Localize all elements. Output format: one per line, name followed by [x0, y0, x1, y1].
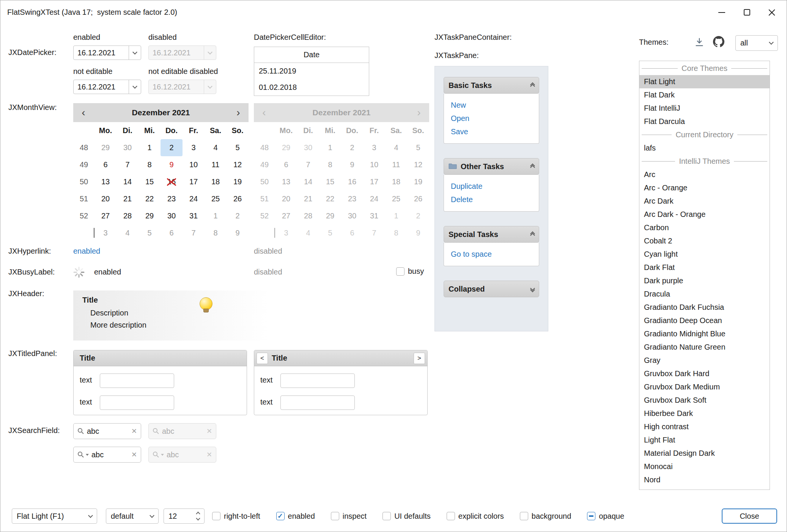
- checkbox-explicit-colors[interactable]: explicit colors: [447, 512, 504, 521]
- day-cell[interactable]: 19: [227, 173, 249, 190]
- theme-list-item[interactable]: Gruvbox Dark Hard: [639, 367, 770, 380]
- theme-list-item[interactable]: Carbon: [639, 221, 770, 234]
- checkbox-inspect[interactable]: inspect: [331, 512, 367, 521]
- chevron-double-up-icon[interactable]: [531, 165, 534, 168]
- titledpanel-right-button[interactable]: >: [414, 353, 425, 364]
- day-cell[interactable]: 11: [205, 156, 227, 173]
- task-action-link[interactable]: Go to space: [444, 248, 539, 261]
- day-cell[interactable]: 24: [183, 190, 205, 207]
- busy-checkbox[interactable]: busy: [396, 267, 424, 276]
- checkbox-box[interactable]: [276, 512, 285, 520]
- day-cell[interactable]: 27: [94, 207, 116, 224]
- close-button[interactable]: Close: [722, 508, 777, 524]
- day-cell[interactable]: 28: [116, 207, 139, 224]
- day-cell[interactable]: 4: [205, 139, 227, 156]
- taskpane-header[interactable]: Basic Tasks: [444, 77, 539, 94]
- table-row[interactable]: 25.11.2019: [254, 63, 369, 79]
- theme-list-item[interactable]: Flat Darcula: [639, 115, 770, 128]
- titledpanel-left-button[interactable]: <: [257, 353, 268, 364]
- day-cell[interactable]: 7: [183, 224, 205, 242]
- theme-list-item[interactable]: Cyan light: [639, 248, 770, 261]
- theme-list-item[interactable]: Arc - Orange: [639, 181, 770, 195]
- day-cell[interactable]: 12: [227, 156, 249, 173]
- day-cell[interactable]: 14: [116, 173, 139, 190]
- day-cell[interactable]: 31: [183, 207, 205, 224]
- checkbox-box[interactable]: [212, 512, 220, 520]
- theme-list-item[interactable]: Gradianto Deep Ocean: [639, 314, 770, 327]
- day-cell[interactable]: 15: [139, 173, 161, 190]
- chevron-double-down-icon[interactable]: [531, 287, 534, 290]
- day-cell[interactable]: 10: [183, 156, 205, 173]
- task-action-link[interactable]: Save: [444, 125, 539, 138]
- day-cell[interactable]: 4: [116, 224, 139, 242]
- checkbox-enabled[interactable]: enabled: [276, 512, 315, 521]
- task-action-link[interactable]: New: [444, 99, 539, 112]
- theme-list-item[interactable]: Dark purple: [639, 274, 770, 287]
- day-cell[interactable]: 3: [94, 224, 116, 242]
- theme-list-item[interactable]: Gradianto Nature Green: [639, 341, 770, 354]
- taskpane-header[interactable]: Other Tasks: [444, 158, 539, 175]
- checkbox-right-to-left[interactable]: right-to-left: [212, 512, 260, 521]
- checkbox-box[interactable]: [382, 512, 391, 520]
- themes-filter-combobox[interactable]: all: [735, 35, 778, 51]
- spinner-arrows[interactable]: [197, 512, 200, 520]
- day-cell[interactable]: 29: [94, 139, 116, 156]
- datepicker-dropdown-button[interactable]: [129, 80, 141, 94]
- day-cell[interactable]: 25: [205, 190, 227, 207]
- task-action-link[interactable]: Open: [444, 112, 539, 125]
- maximize-button[interactable]: [734, 0, 759, 24]
- day-cell[interactable]: 8: [139, 156, 161, 173]
- day-cell[interactable]: 2: [227, 207, 249, 224]
- theme-list-item[interactable]: Gruvbox Dark Medium: [639, 380, 770, 394]
- theme-list-item[interactable]: Gray: [639, 354, 770, 367]
- table-row[interactable]: 01.02.2018: [254, 79, 369, 96]
- text-input[interactable]: [100, 395, 174, 410]
- theme-list-item[interactable]: High contrast: [639, 420, 770, 433]
- day-cell[interactable]: 5: [227, 139, 249, 156]
- checkbox-box[interactable]: [447, 512, 455, 520]
- day-cell[interactable]: 8: [205, 224, 227, 242]
- day-cell[interactable]: 26: [227, 190, 249, 207]
- text-input[interactable]: [280, 373, 355, 388]
- theme-list-item[interactable]: Gruvbox Dark Soft: [639, 394, 770, 407]
- day-cell[interactable]: 20: [94, 190, 116, 207]
- searchfield-enabled[interactable]: abc ✕: [73, 423, 141, 439]
- day-cell[interactable]: 16: [161, 173, 183, 190]
- chevron-double-up-icon[interactable]: [531, 84, 534, 87]
- day-cell[interactable]: 6: [161, 224, 183, 242]
- checkbox-box[interactable]: [587, 512, 595, 520]
- theme-list-item[interactable]: Hiberbee Dark: [639, 407, 770, 420]
- day-cell[interactable]: 6: [94, 156, 116, 173]
- spinner-value[interactable]: 12: [168, 512, 177, 521]
- theme-list-item[interactable]: Gradianto Dark Fuchsia: [639, 301, 770, 314]
- theme-list-item[interactable]: Flat IntelliJ: [639, 102, 770, 115]
- taskpane-header[interactable]: Special Tasks: [444, 226, 539, 243]
- text-input[interactable]: [100, 373, 174, 388]
- day-cell[interactable]: 18: [205, 173, 227, 190]
- theme-list-item[interactable]: Gradianto Midnight Blue: [639, 327, 770, 341]
- theme-list-item[interactable]: Arc Dark - Orange: [639, 208, 770, 221]
- text-input[interactable]: [280, 395, 355, 410]
- hyperlink-enabled[interactable]: enabled: [73, 247, 100, 256]
- day-cell[interactable]: 30: [116, 139, 139, 156]
- prev-month-button[interactable]: ‹: [79, 107, 88, 118]
- checkbox-box[interactable]: [396, 267, 405, 276]
- day-cell[interactable]: 23: [161, 190, 183, 207]
- day-cell[interactable]: 21: [116, 190, 139, 207]
- theme-list-item[interactable]: Nord: [639, 473, 770, 486]
- clear-icon[interactable]: ✕: [131, 427, 137, 435]
- taskpane-header[interactable]: Collapsed: [444, 281, 539, 297]
- day-cell[interactable]: 2: [161, 139, 183, 156]
- searchfield-with-menu-enabled[interactable]: abc ✕: [73, 447, 141, 463]
- datepicker-value[interactable]: 16.12.2021: [74, 49, 129, 57]
- theme-list-item[interactable]: Flat Light: [639, 75, 770, 88]
- theme-list-item[interactable]: Light Flat: [639, 433, 770, 447]
- theme-list-item[interactable]: Arc Dark: [639, 195, 770, 208]
- day-cell[interactable]: 13: [94, 173, 116, 190]
- theme-list-item[interactable]: Dracula: [639, 287, 770, 301]
- download-icon[interactable]: [694, 37, 705, 49]
- day-cell[interactable]: 7: [116, 156, 139, 173]
- day-cell[interactable]: 17: [183, 173, 205, 190]
- checkbox-ui-defaults[interactable]: UI defaults: [382, 512, 431, 521]
- task-action-link[interactable]: Delete: [444, 193, 539, 206]
